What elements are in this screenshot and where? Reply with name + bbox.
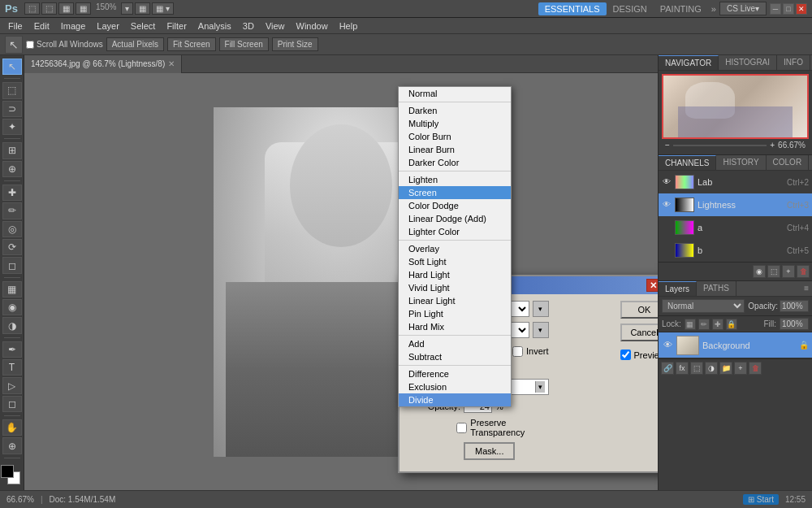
eraser-tool[interactable]: ◻ — [2, 257, 22, 273]
blend-vivid-light[interactable]: Vivid Light — [399, 281, 511, 294]
blend-linear-light[interactable]: Linear Light — [399, 294, 511, 307]
channel-lab[interactable]: 👁 Lab Ctrl+2 — [659, 171, 812, 193]
layer-group[interactable]: 📁 — [719, 362, 732, 375]
delete-channel[interactable]: 🗑 — [797, 265, 810, 278]
tab-info[interactable]: INFO — [777, 55, 810, 70]
blend-add[interactable]: Add — [399, 337, 511, 350]
delete-layer[interactable]: 🗑 — [749, 362, 762, 375]
lock-position[interactable]: ✚ — [712, 319, 723, 330]
blend-difference[interactable]: Difference — [399, 367, 511, 380]
fg-color-swatch[interactable] — [1, 465, 14, 478]
menu-file[interactable]: File — [3, 20, 28, 33]
blend-hard-mix[interactable]: Hard Mix — [399, 320, 511, 333]
painting-btn[interactable]: PAINTING — [654, 2, 708, 15]
blending-arrow[interactable]: ▾ — [535, 381, 545, 393]
pen-tool[interactable]: ✒ — [2, 341, 22, 358]
dialog-close-btn[interactable]: ✕ — [646, 279, 658, 292]
hand-tool[interactable]: ✋ — [2, 419, 22, 436]
magic-wand-tool[interactable]: ✦ — [2, 119, 22, 135]
shape-tool[interactable]: ◻ — [2, 396, 22, 412]
preserve-checkbox[interactable] — [456, 423, 467, 433]
channels-menu[interactable]: ≡ — [809, 155, 812, 170]
path-tool[interactable]: ▷ — [2, 377, 22, 393]
menu-image[interactable]: Image — [56, 20, 91, 33]
zoom-dropdown[interactable]: ▾ — [121, 2, 133, 15]
fill-screen-btn[interactable]: Fill Screen — [219, 37, 269, 51]
blend-subtract[interactable]: Subtract — [399, 350, 511, 363]
blend-exclusion[interactable]: Exclusion — [399, 380, 511, 393]
eye-lightness[interactable]: 👁 — [662, 200, 672, 210]
menu-edit[interactable]: Edit — [29, 20, 54, 33]
eye-background[interactable]: 👁 — [662, 340, 673, 351]
btn1[interactable]: ⬚ — [24, 2, 40, 15]
layer-mask[interactable]: ⬚ — [690, 362, 703, 375]
blend-divide[interactable]: Divide — [399, 393, 511, 406]
tab-history[interactable]: HISTORY — [716, 155, 766, 170]
menu-view[interactable]: View — [261, 20, 290, 33]
lock-all[interactable]: 🔒 — [726, 319, 737, 330]
blend-hard-light[interactable]: Hard Light — [399, 268, 511, 281]
channel-lightness[interactable]: 👁 Lightness Ctrl+3 — [659, 193, 812, 216]
blend-lighten[interactable]: Lighten — [399, 173, 511, 186]
win-close[interactable]: ✕ — [796, 3, 807, 15]
lasso-tool[interactable]: ⊃ — [2, 101, 22, 117]
tab-paths[interactable]: PATHS — [697, 281, 736, 296]
blur-tool[interactable]: ◉ — [2, 299, 22, 315]
design-btn[interactable]: DESIGN — [607, 2, 654, 15]
spot-heal-tool[interactable]: ✚ — [2, 185, 22, 201]
blend-pin-light[interactable]: Pin Light — [399, 307, 511, 320]
blend-linear-burn[interactable]: Linear Burn — [399, 143, 511, 156]
menu-help[interactable]: Help — [335, 20, 363, 33]
blend-lighter-color[interactable]: Lighter Color — [399, 225, 511, 238]
fill-input[interactable] — [780, 318, 809, 330]
blend-overlay[interactable]: Overlay — [399, 242, 511, 255]
zoom-plus[interactable]: + — [770, 141, 775, 150]
tab-layers[interactable]: Layers — [659, 281, 697, 296]
blend-color-dodge[interactable]: Color Dodge — [399, 199, 511, 212]
new-channel[interactable]: + — [782, 265, 795, 278]
eye-lab[interactable]: 👁 — [662, 177, 672, 187]
dodge-tool[interactable]: ◑ — [2, 317, 22, 333]
fit-screen-btn[interactable]: Fit Screen — [167, 37, 216, 51]
btn3[interactable]: ▦ — [58, 2, 74, 15]
tab-close[interactable]: ✕ — [168, 59, 175, 68]
layers-mode-select[interactable]: Normal — [662, 299, 745, 313]
cslive-btn[interactable]: CS Live▾ — [719, 2, 767, 15]
marquee-tool[interactable]: ⬚ — [2, 82, 22, 98]
more-btn[interactable]: » — [708, 4, 719, 14]
layout-btn[interactable]: ▦ — [135, 2, 150, 15]
menu-filter[interactable]: Filter — [162, 20, 191, 33]
blend-soft-light[interactable]: Soft Light — [399, 255, 511, 268]
tab-color[interactable]: COLOR — [767, 155, 810, 170]
scroll-all-windows-label[interactable]: Scroll All Windows — [26, 40, 103, 49]
menu-window[interactable]: Window — [292, 20, 333, 33]
move-tool-icon[interactable]: ↖ — [5, 36, 23, 54]
move-tool[interactable]: ↖ — [2, 59, 22, 75]
blend-linear-dodge[interactable]: Linear Dodge (Add) — [399, 212, 511, 225]
start-btn[interactable]: ⊞ Start — [743, 494, 779, 505]
layout-btn2[interactable]: ▦ ▾ — [152, 2, 174, 15]
win-max[interactable]: □ — [783, 3, 794, 15]
history-brush[interactable]: ⟳ — [2, 239, 22, 255]
blend-darken[interactable]: Darken — [399, 104, 511, 117]
zoom-minus[interactable]: − — [665, 141, 670, 150]
print-size-btn[interactable]: Print Size — [272, 37, 318, 51]
eyedropper-tool[interactable]: ⊕ — [2, 161, 22, 177]
btn4[interactable]: ▦ — [76, 2, 91, 15]
layer-style[interactable]: fx — [676, 362, 689, 375]
channel-a[interactable]: 👁 a Ctrl+4 — [659, 216, 812, 239]
lock-transparent[interactable]: ▦ — [685, 319, 696, 330]
btn2[interactable]: ⬚ — [41, 2, 57, 15]
clone-tool[interactable]: ◎ — [2, 221, 22, 237]
channel-to-selection[interactable]: ◉ — [753, 265, 766, 278]
preview-checkbox[interactable] — [620, 350, 631, 360]
tab-channels[interactable]: CHANNELS — [659, 155, 716, 170]
color-swatches[interactable] — [1, 465, 24, 484]
layer-adjustment[interactable]: ◑ — [705, 362, 718, 375]
blend-dropdown[interactable]: Normal Darken Multiply Color Burn Linear… — [398, 86, 512, 407]
blend-screen[interactable]: Screen — [399, 186, 511, 199]
layers-opacity-input[interactable] — [780, 300, 809, 312]
lock-image[interactable]: ✏ — [698, 319, 710, 330]
layers-menu[interactable]: ≡ — [801, 281, 812, 296]
blend-color-burn[interactable]: Color Burn — [399, 130, 511, 143]
